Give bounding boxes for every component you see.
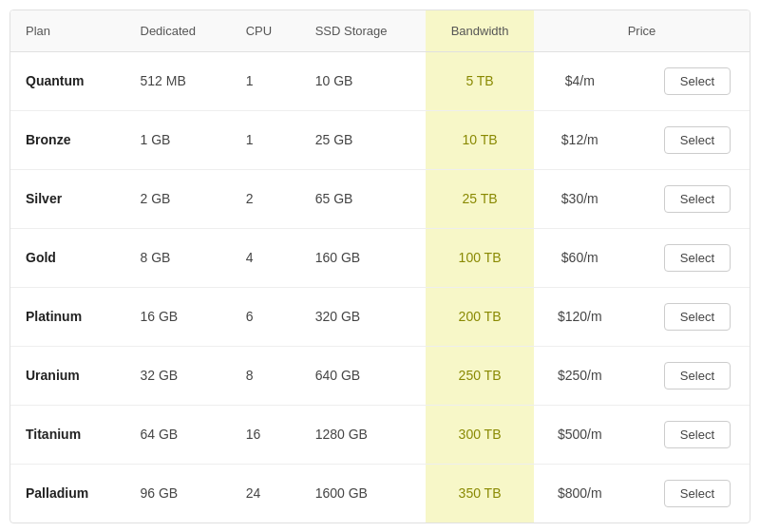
ssd-storage-value: 1600 GB: [300, 464, 426, 522]
select-button[interactable]: Select: [664, 185, 731, 213]
bandwidth-value: 5 TB: [426, 51, 534, 110]
header-bandwidth: Bandwidth: [426, 10, 534, 52]
select-button[interactable]: Select: [664, 126, 731, 154]
price-value: $30/m: [534, 169, 626, 228]
bandwidth-value: 10 TB: [426, 110, 534, 169]
dedicated-value: 1 GB: [125, 110, 231, 169]
cpu-value: 6: [231, 287, 300, 346]
ssd-storage-value: 160 GB: [300, 228, 426, 287]
cpu-value: 1: [231, 110, 300, 169]
select-button[interactable]: Select: [664, 244, 731, 272]
price-value: $60/m: [534, 228, 626, 287]
select-cell: Select: [626, 169, 750, 228]
table-row: Titanium 64 GB 16 1280 GB 300 TB $500/m …: [10, 405, 750, 464]
plan-name: Titanium: [10, 405, 125, 464]
table-row: Silver 2 GB 2 65 GB 25 TB $30/m Select: [10, 169, 750, 228]
header-cpu: CPU: [231, 10, 300, 52]
cpu-value: 24: [231, 464, 300, 522]
plan-name: Platinum: [10, 287, 125, 346]
plan-name: Quantum: [10, 51, 125, 110]
plan-name: Uranium: [10, 346, 125, 405]
select-cell: Select: [626, 405, 750, 464]
header-dedicated: Dedicated: [125, 10, 231, 52]
ssd-storage-value: 25 GB: [300, 110, 426, 169]
select-button[interactable]: Select: [664, 67, 731, 95]
bandwidth-value: 100 TB: [426, 228, 534, 287]
cpu-value: 8: [231, 346, 300, 405]
dedicated-value: 8 GB: [125, 228, 231, 287]
select-cell: Select: [626, 110, 750, 169]
price-value: $800/m: [534, 464, 626, 522]
plan-name: Bronze: [10, 110, 125, 169]
select-cell: Select: [626, 287, 750, 346]
header-ssd-storage: SSD Storage: [300, 10, 426, 52]
select-button[interactable]: Select: [664, 480, 731, 507]
select-button[interactable]: Select: [664, 303, 731, 331]
ssd-storage-value: 640 GB: [300, 346, 426, 405]
select-cell: Select: [626, 228, 750, 287]
select-cell: Select: [626, 51, 750, 110]
table-row: Bronze 1 GB 1 25 GB 10 TB $12/m Select: [10, 110, 750, 169]
dedicated-value: 32 GB: [125, 346, 231, 405]
bandwidth-value: 25 TB: [426, 169, 534, 228]
table-row: Platinum 16 GB 6 320 GB 200 TB $120/m Se…: [10, 287, 750, 346]
cpu-value: 1: [231, 51, 300, 110]
dedicated-value: 512 MB: [125, 51, 231, 110]
bandwidth-value: 250 TB: [426, 346, 534, 405]
cpu-value: 4: [231, 228, 300, 287]
dedicated-value: 64 GB: [125, 405, 231, 464]
dedicated-value: 2 GB: [125, 169, 231, 228]
ssd-storage-value: 1280 GB: [300, 405, 426, 464]
ssd-storage-value: 65 GB: [300, 169, 426, 228]
select-button[interactable]: Select: [664, 362, 731, 390]
bandwidth-value: 200 TB: [426, 287, 534, 346]
price-value: $250/m: [534, 346, 626, 405]
select-cell: Select: [626, 346, 750, 405]
header-price: Price: [534, 10, 750, 52]
select-cell: Select: [626, 464, 750, 522]
bandwidth-value: 350 TB: [426, 464, 534, 522]
ssd-storage-value: 320 GB: [300, 287, 426, 346]
cpu-value: 16: [231, 405, 300, 464]
table-header-row: Plan Dedicated CPU SSD Storage Bandwidth…: [10, 10, 750, 52]
ssd-storage-value: 10 GB: [300, 51, 426, 110]
header-plan: Plan: [10, 10, 125, 52]
table-row: Quantum 512 MB 1 10 GB 5 TB $4/m Select: [10, 51, 750, 110]
pricing-table: Plan Dedicated CPU SSD Storage Bandwidth…: [10, 10, 750, 523]
price-value: $120/m: [534, 287, 626, 346]
dedicated-value: 96 GB: [125, 464, 231, 522]
select-button[interactable]: Select: [664, 421, 731, 448]
cpu-value: 2: [231, 169, 300, 228]
bandwidth-value: 300 TB: [426, 405, 534, 464]
table-row: Uranium 32 GB 8 640 GB 250 TB $250/m Sel…: [10, 346, 750, 405]
dedicated-value: 16 GB: [125, 287, 231, 346]
price-value: $12/m: [534, 110, 626, 169]
plan-name: Silver: [10, 169, 125, 228]
plan-name: Gold: [10, 228, 125, 287]
table-row: Gold 8 GB 4 160 GB 100 TB $60/m Select: [10, 228, 750, 287]
price-value: $4/m: [534, 51, 626, 110]
plan-name: Palladium: [10, 464, 125, 522]
table-row: Palladium 96 GB 24 1600 GB 350 TB $800/m…: [10, 464, 750, 522]
price-value: $500/m: [534, 405, 626, 464]
